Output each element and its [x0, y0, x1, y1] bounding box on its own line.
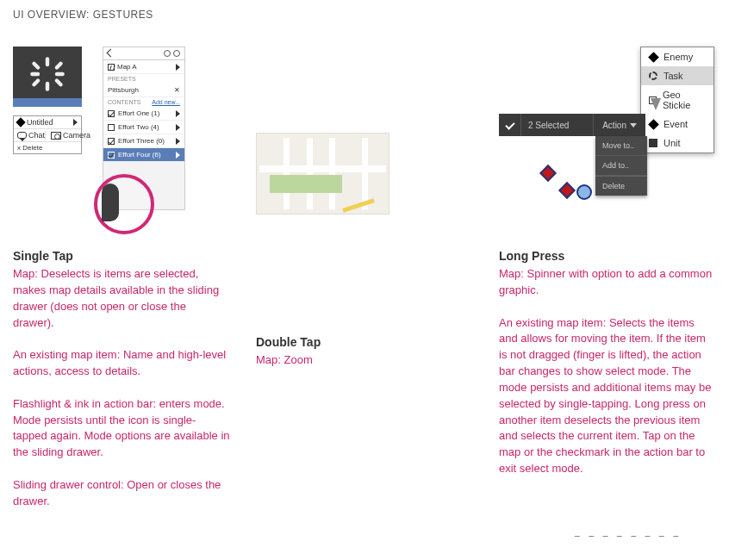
chat-icon — [17, 132, 27, 139]
checkbox-empty-icon[interactable] — [108, 124, 115, 131]
checkmark-icon — [505, 120, 514, 129]
selection-action-bar: 2 Selected Action — [499, 114, 645, 136]
popup-item-enemy[interactable]: Enemy — [641, 47, 713, 66]
delete-action[interactable]: x Delete — [17, 144, 42, 152]
map-marker-diamond[interactable] — [558, 182, 576, 199]
svg-rect-4 — [31, 61, 40, 71]
action-dropdown-button[interactable]: Action — [593, 114, 645, 136]
exit-select-mode-button[interactable] — [499, 114, 521, 136]
checkbox-checked-icon[interactable] — [108, 110, 115, 117]
gesture-columns: Untitled Chat Camera — [13, 47, 716, 510]
popup-item-label: Unit — [664, 138, 681, 148]
footer-divider: _ _ _ _ _ _ _ _ — [13, 527, 716, 537]
back-icon[interactable] — [107, 49, 115, 58]
svg-rect-2 — [30, 72, 40, 76]
chat-label[interactable]: Chat — [28, 131, 45, 140]
page-header: UI OVERVIEW: GESTURES — [13, 9, 716, 21]
popup-item-label: Event — [664, 119, 688, 129]
double-tap-title: Double Tap — [256, 335, 473, 349]
svg-rect-6 — [31, 78, 40, 87]
svg-rect-0 — [46, 57, 49, 66]
spinner-tile — [13, 47, 82, 102]
preset-name: Pittsburgh — [108, 86, 139, 94]
touch-indicator-icon — [94, 174, 154, 234]
map-icon — [108, 64, 115, 71]
map-marker-dot[interactable] — [576, 184, 592, 200]
chevron-right-icon[interactable] — [176, 110, 180, 117]
panel-row[interactable]: Effort One (1) — [103, 107, 184, 121]
long-press-column: Enemy Task Geo Stickie Event — [499, 47, 716, 510]
checkbox-checked-icon[interactable] — [108, 152, 115, 159]
popup-item-label: Task — [664, 71, 683, 81]
menu-item-delete[interactable]: Delete — [595, 176, 647, 196]
single-tap-illustration: Untitled Chat Camera — [13, 47, 230, 227]
single-tap-description: Map: Deselects is items are selected, ma… — [13, 266, 230, 510]
action-label: Action — [602, 121, 626, 130]
long-press-title: Long Press — [499, 249, 716, 263]
chevron-right-icon[interactable] — [176, 152, 180, 159]
popup-item-event[interactable]: Event — [641, 115, 713, 134]
selection-count-label: 2 Selected — [521, 121, 593, 130]
panel-row-selected[interactable]: Effort Four (6) — [103, 148, 184, 162]
panel-map-label: Map A — [117, 63, 137, 71]
preset-delete-icon[interactable]: ✕ — [174, 86, 180, 94]
panel-row-label: Effort Two (4) — [118, 123, 159, 131]
circle-dashed-icon — [649, 72, 657, 80]
panel-row-label: Effort Three (0) — [118, 137, 165, 145]
callout-item-name: Untitled — [27, 118, 53, 127]
panel-row[interactable]: Effort Two (4) — [103, 121, 184, 134]
diamond-icon — [648, 119, 659, 130]
map-marker-diamond[interactable] — [539, 165, 557, 182]
gear-icon[interactable] — [164, 50, 171, 57]
double-tap-description: Map: Zoom — [256, 352, 473, 369]
popup-item-task[interactable]: Task — [641, 66, 713, 85]
refresh-icon[interactable] — [173, 50, 180, 57]
checkbox-checked-icon[interactable] — [108, 138, 115, 145]
svg-rect-1 — [46, 82, 49, 91]
long-press-illustration: Enemy Task Geo Stickie Event — [499, 47, 716, 227]
popup-item-label: Enemy — [664, 52, 693, 62]
menu-item-move-to[interactable]: Move to.. — [595, 136, 647, 156]
popup-item-unit[interactable]: Unit — [641, 134, 713, 152]
chevron-down-icon — [630, 123, 637, 128]
popup-item-label: Geo Stickie — [663, 90, 707, 110]
single-tap-column: Untitled Chat Camera — [13, 47, 230, 510]
camera-icon — [51, 132, 61, 140]
map-item-callout: Untitled Chat Camera — [13, 115, 82, 154]
double-tap-column: Double Tap Map: Zoom — [256, 47, 473, 510]
panel-section-presets: PRESETS — [103, 74, 184, 84]
chevron-right-icon[interactable] — [176, 64, 180, 71]
svg-rect-3 — [55, 72, 65, 76]
svg-rect-5 — [54, 61, 64, 71]
panel-row-label: Effort Four (6) — [118, 151, 161, 159]
chevron-right-icon[interactable] — [176, 124, 180, 131]
menu-item-add-to[interactable]: Add to.. — [595, 156, 647, 176]
map-tile — [256, 133, 389, 215]
single-tap-title: Single Tap — [13, 249, 230, 263]
spinner-tile-strip — [13, 98, 82, 107]
spinner-icon — [28, 55, 66, 93]
panel-row-label: Effort One (1) — [118, 109, 159, 117]
diamond-icon — [648, 52, 659, 63]
chevron-right-icon[interactable] — [176, 138, 180, 145]
diamond-icon — [16, 117, 25, 127]
map-pin-icon — [651, 98, 661, 110]
square-icon — [649, 139, 657, 147]
svg-rect-7 — [54, 78, 64, 87]
add-new-link[interactable]: Add new... — [152, 99, 180, 105]
double-tap-illustration — [256, 133, 473, 314]
panel-row[interactable]: Effort Three (0) — [103, 134, 184, 148]
chevron-right-icon — [73, 119, 78, 126]
panel-section-contents: CONTENTS — [108, 99, 141, 105]
camera-label[interactable]: Camera — [63, 131, 90, 140]
long-press-description: Map: Spinner with option to add a common… — [499, 266, 716, 477]
action-dropdown-menu: Move to.. Add to.. Delete — [595, 136, 647, 196]
